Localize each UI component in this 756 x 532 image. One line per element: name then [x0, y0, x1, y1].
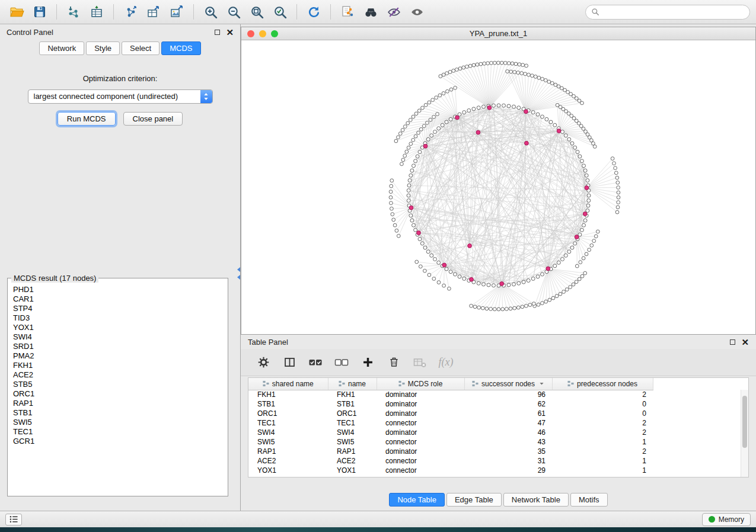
export-table-button[interactable] — [143, 2, 164, 21]
cell-shared_name[interactable]: PHD1 — [248, 475, 328, 477]
mcds-result-item[interactable]: FKH1 — [13, 361, 228, 370]
cell-name[interactable]: YOX1 — [328, 466, 377, 475]
table-row[interactable]: PHD1PHD1dominator180 — [248, 475, 741, 477]
mcds-result-item[interactable]: CAR1 — [13, 294, 228, 304]
cell-mcds_role[interactable]: connector — [377, 466, 464, 475]
optimization-criterion-dropdown[interactable]: largest connected component (undirected) — [28, 89, 213, 104]
cell-predecessor_nodes[interactable]: 2 — [552, 418, 653, 428]
float-table-panel-icon[interactable] — [730, 339, 735, 345]
table-row[interactable]: FKH1FKH1dominator962 — [248, 390, 741, 399]
mcds-result-item[interactable]: ORC1 — [13, 389, 228, 399]
cell-mcds_role[interactable]: dominator — [377, 399, 464, 409]
cell-shared_name[interactable]: TEC1 — [248, 418, 328, 428]
cell-successor_nodes[interactable]: 47 — [464, 418, 552, 428]
cell-mcds_role[interactable]: connector — [377, 418, 464, 428]
cell-name[interactable]: ACE2 — [328, 456, 377, 466]
mcds-result-item[interactable]: TEC1 — [13, 427, 228, 437]
tab-motifs[interactable]: Motifs — [570, 493, 608, 507]
table-row[interactable]: STB1STB1dominator620 — [248, 399, 741, 409]
tab-network-table[interactable]: Network Table — [503, 493, 569, 507]
cell-shared_name[interactable]: STB1 — [248, 399, 328, 409]
column-header-shared-name[interactable]: shared name — [248, 378, 328, 390]
network-canvas[interactable] — [241, 40, 755, 334]
cell-mcds_role[interactable]: dominator — [377, 390, 464, 399]
new-network-button[interactable] — [120, 2, 141, 21]
deselect-all-button[interactable] — [333, 354, 350, 371]
zoom-out-button[interactable] — [223, 2, 244, 21]
tab-select[interactable]: Select — [122, 41, 160, 55]
table-row[interactable]: ORC1ORC1dominator610 — [248, 409, 741, 418]
window-maximize-button[interactable] — [271, 30, 278, 37]
mcds-result-item[interactable]: RAP1 — [13, 399, 228, 408]
table-row[interactable]: RAP1RAP1dominator352 — [248, 447, 741, 456]
hide-annotations-button[interactable] — [383, 2, 404, 21]
cell-name[interactable]: TEC1 — [328, 418, 377, 428]
table-row[interactable]: TEC1TEC1connector472 — [248, 418, 741, 428]
add-row-button[interactable] — [359, 354, 376, 371]
close-panel-icon[interactable]: ✕ — [226, 28, 234, 37]
cell-mcds_role[interactable]: connector — [377, 437, 464, 447]
cell-predecessor_nodes[interactable]: 1 — [552, 456, 653, 466]
cell-successor_nodes[interactable]: 18 — [464, 475, 552, 477]
find-button[interactable] — [360, 2, 381, 21]
export-image-button[interactable] — [166, 2, 187, 21]
zoom-selected-button[interactable] — [269, 2, 291, 21]
cell-predecessor_nodes[interactable]: 1 — [552, 437, 653, 447]
delete-row-button[interactable] — [385, 354, 402, 371]
import-network-button[interactable] — [63, 2, 84, 21]
mcds-result-item[interactable]: GCR1 — [13, 437, 228, 446]
cell-successor_nodes[interactable]: 62 — [464, 399, 552, 409]
mcds-result-item[interactable]: STB1 — [13, 408, 228, 418]
zoom-fit-button[interactable] — [246, 2, 267, 21]
close-panel-button[interactable]: Close panel — [123, 112, 183, 126]
cell-successor_nodes[interactable]: 31 — [464, 456, 552, 466]
column-header-predecessor-nodes[interactable]: predecessor nodes — [552, 378, 653, 390]
save-session-button[interactable] — [29, 2, 50, 21]
run-mcds-button[interactable]: Run MCDS — [58, 112, 116, 126]
mcds-result-item[interactable]: SWI4 — [13, 332, 228, 342]
cell-name[interactable]: ORC1 — [328, 409, 377, 418]
cell-name[interactable]: FKH1 — [328, 390, 377, 399]
mcds-result-item[interactable]: TID3 — [13, 313, 228, 323]
show-columns-button[interactable] — [281, 354, 298, 371]
select-all-button[interactable] — [307, 354, 324, 371]
table-row[interactable]: YOX1YOX1connector291 — [248, 466, 741, 475]
cell-mcds_role[interactable]: dominator — [377, 475, 464, 477]
table-scrollbar[interactable] — [741, 390, 748, 477]
column-header-mcds-role[interactable]: MCDS role — [377, 378, 464, 390]
cell-name[interactable]: STB1 — [328, 399, 377, 409]
cell-name[interactable]: RAP1 — [328, 447, 377, 456]
cell-predecessor_nodes[interactable]: 2 — [552, 428, 653, 437]
import-table-button[interactable] — [86, 2, 107, 21]
cell-shared_name[interactable]: YOX1 — [248, 466, 328, 475]
cell-successor_nodes[interactable]: 96 — [464, 390, 552, 399]
tab-mcds[interactable]: MCDS — [161, 41, 200, 55]
panel-splitter[interactable] — [236, 267, 241, 285]
cell-shared_name[interactable]: RAP1 — [248, 447, 328, 456]
table-row[interactable]: SWI5SWI5connector431 — [248, 437, 741, 447]
mcds-result-item[interactable]: STP4 — [13, 304, 228, 313]
cell-shared_name[interactable]: SWI4 — [248, 428, 328, 437]
cell-mcds_role[interactable]: connector — [377, 456, 464, 466]
cell-mcds_role[interactable]: dominator — [377, 409, 464, 418]
status-menu-button[interactable] — [5, 514, 22, 525]
cell-name[interactable]: SWI4 — [328, 428, 377, 437]
open-session-button[interactable] — [6, 2, 27, 21]
tab-style[interactable]: Style — [86, 41, 120, 55]
cell-successor_nodes[interactable]: 29 — [464, 466, 552, 475]
float-panel-icon[interactable] — [215, 30, 220, 35]
cell-successor_nodes[interactable]: 46 — [464, 428, 552, 437]
cell-name[interactable]: SWI5 — [328, 437, 377, 447]
column-header-name[interactable]: name — [328, 378, 377, 390]
cell-shared_name[interactable]: FKH1 — [248, 390, 328, 399]
cell-predecessor_nodes[interactable]: 0 — [552, 475, 653, 477]
cell-shared_name[interactable]: ORC1 — [248, 409, 328, 418]
tab-edge-table[interactable]: Edge Table — [446, 493, 502, 507]
cell-predecessor_nodes[interactable]: 2 — [552, 390, 653, 399]
tab-network[interactable]: Network — [39, 41, 84, 55]
mcds-result-item[interactable]: PMA2 — [13, 351, 228, 361]
mcds-result-item[interactable]: PHD1 — [13, 285, 228, 294]
mcds-result-item[interactable]: SWI5 — [13, 418, 228, 427]
cell-successor_nodes[interactable]: 43 — [464, 437, 552, 447]
zoom-in-button[interactable] — [200, 2, 221, 21]
